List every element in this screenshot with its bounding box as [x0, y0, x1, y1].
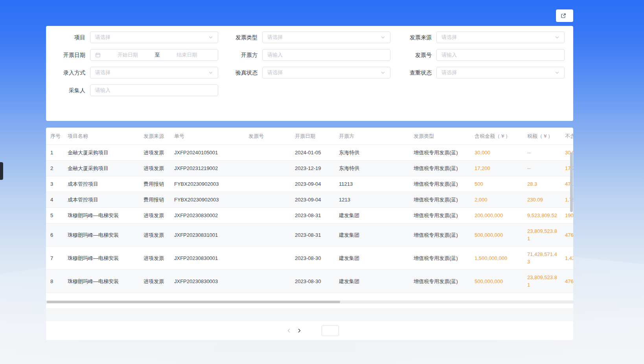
pagination-bar	[46, 321, 573, 340]
table-cell: JXFP20240105001	[174, 145, 248, 160]
table-cell: 成本管控项目	[68, 176, 144, 192]
table-cell: 500	[475, 176, 527, 192]
table-cell: 东海特供	[339, 145, 414, 160]
table-cell: 17,200	[475, 161, 527, 176]
table-cell: 2	[50, 161, 68, 176]
column-header: 序号	[50, 133, 68, 140]
filter-label: 开票日期	[46, 49, 85, 61]
table-cell: JXFP20230830002	[174, 208, 248, 223]
filter-label: 录入方式	[46, 67, 85, 79]
select-placeholder: 请选择	[95, 69, 110, 76]
table-cell: 5	[50, 208, 68, 223]
filter-label: 发票号	[392, 49, 432, 61]
filter-field: 发票来源请选择	[392, 31, 566, 49]
filter-label: 发票类型	[218, 31, 258, 43]
table-cell: JXFP20230830003	[174, 274, 248, 289]
filter-input[interactable]: 请输入	[90, 84, 218, 96]
table-cell: 1,428,571,428	[565, 251, 573, 266]
table-cell: 200,000,000	[475, 208, 527, 223]
table-cell	[248, 180, 295, 188]
table-row: 7珠穆朗玛峰—电梯安装进项发票JXFP202308300012023-08-30…	[46, 247, 573, 270]
chevron-left-icon	[287, 328, 291, 333]
prev-page-button[interactable]	[284, 325, 294, 336]
column-header: 发票类型	[414, 133, 475, 140]
summary-row	[46, 308, 573, 321]
table-cell: 2023-08-30	[295, 274, 339, 289]
table-cell: 230.09	[527, 192, 565, 207]
table-cell	[248, 149, 295, 157]
filter-field: 验真状态请选择	[218, 67, 392, 84]
table-cell: 2023-08-30	[295, 251, 339, 266]
filter-label: 开票方	[218, 49, 258, 61]
filter-field: 采集人请输入	[46, 84, 218, 102]
goto-page-input[interactable]	[322, 325, 339, 336]
table-cell: 东海特供	[339, 161, 414, 176]
filter-date-range[interactable]: 开始日期至结束日期	[90, 49, 218, 61]
filter-select[interactable]: 请选择	[262, 67, 390, 79]
chevron-down-icon	[381, 35, 385, 40]
horizontal-scrollbar-thumb[interactable]	[47, 301, 340, 303]
chevron-right-icon	[297, 328, 302, 333]
filter-label: 发票来源	[392, 31, 432, 43]
table-cell: 2023-08-31	[295, 208, 339, 223]
date-range-separator: 至	[154, 51, 161, 59]
table-cell: 2023-08-31	[295, 227, 339, 243]
input-placeholder: 请输入	[442, 51, 457, 59]
vertical-scrollbar[interactable]	[570, 152, 573, 212]
table-cell: 增值税专用发票(蓝)	[414, 176, 475, 192]
column-header: 税额（￥）	[527, 133, 565, 140]
table-cell: 2023-12-19	[295, 161, 339, 176]
chevron-down-icon	[381, 70, 385, 75]
table-cell: 成本管控项目	[68, 192, 144, 207]
drawer-handle[interactable]	[0, 162, 3, 180]
table-cell: 建发集团	[339, 274, 414, 289]
start-date-placeholder: 开始日期	[101, 51, 154, 59]
filter-input[interactable]: 请输入	[262, 49, 390, 61]
table-cell: 30,000	[475, 145, 527, 160]
chevron-down-icon	[208, 70, 213, 75]
filter-label: 采集人	[46, 84, 85, 96]
filter-input[interactable]: 请输入	[436, 49, 565, 61]
table-cell: 23,809,523.81	[527, 270, 565, 293]
table-cell: 进项发票	[144, 251, 174, 266]
table-cell: 增值税专用发票(蓝)	[414, 274, 475, 289]
goto-page-group	[318, 325, 342, 336]
chevron-down-icon	[555, 70, 559, 75]
select-placeholder: 请选择	[95, 34, 110, 41]
table-cell	[248, 165, 295, 172]
filter-select[interactable]: 请选择	[436, 67, 565, 79]
filter-select[interactable]: 请选择	[90, 31, 218, 43]
filter-select[interactable]: 请选择	[262, 31, 390, 43]
table-cell: FYBX20230902003	[174, 176, 248, 192]
column-header: 开票日期	[295, 133, 339, 140]
column-header: 含税金额（￥）	[475, 133, 527, 140]
horizontal-scrollbar-track[interactable]	[46, 300, 573, 304]
table-cell: 476,190,476	[565, 274, 573, 289]
select-placeholder: 请选择	[442, 34, 457, 41]
filter-select[interactable]: 请选择	[436, 31, 565, 43]
filter-label: 验真状态	[218, 67, 258, 79]
search-button[interactable]	[53, 102, 131, 114]
table-cell: 6	[50, 227, 68, 243]
filter-select[interactable]: 请选择	[90, 67, 218, 79]
table-cell: 9,523,809.52	[527, 208, 565, 223]
filter-field: 发票类型请选择	[218, 31, 392, 49]
table-cell: --	[527, 161, 565, 176]
next-page-button[interactable]	[294, 325, 304, 336]
column-header: 单号	[174, 133, 248, 140]
table-cell: 建发集团	[339, 208, 414, 223]
table-cell: 进项发票	[144, 145, 174, 160]
receipt-detail-page: 项目请选择发票类型请选择发票来源请选择开票日期开始日期至结束日期开票方请输入发票…	[0, 0, 644, 364]
table-cell: 进项发票	[144, 161, 174, 176]
table-row: 5珠穆朗玛峰—电梯安装进项发票JXFP202308300022023-08-31…	[46, 208, 573, 223]
table-cell: 增值税专用发票(蓝)	[414, 251, 475, 266]
table-cell: 500,000,000	[475, 227, 527, 243]
table-cell: --	[527, 145, 565, 160]
table-cell: 2023-09-04	[295, 176, 339, 192]
column-header: 项目名称	[68, 133, 144, 140]
table-cell: 7	[50, 251, 68, 266]
table-cell: 8	[50, 274, 68, 289]
export-button[interactable]	[556, 9, 573, 22]
table-cell: 增值税专用发票(蓝)	[414, 192, 475, 207]
column-header: 发票来源	[144, 133, 174, 140]
